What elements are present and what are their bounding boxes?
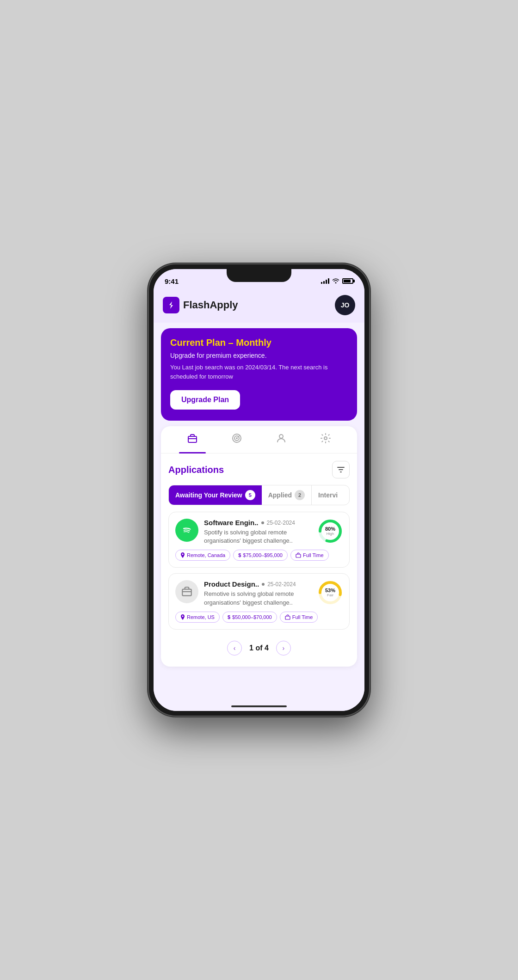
- section-title: Applications: [168, 465, 224, 475]
- page-info: 1 of 4: [249, 644, 269, 652]
- section-header: Applications: [168, 461, 350, 478]
- plan-title: Current Plan – Monthly: [170, 337, 348, 348]
- logo-icon: [163, 297, 179, 313]
- status-icons: [321, 278, 353, 285]
- svg-rect-14: [182, 589, 191, 596]
- tag-type-remotive: Full Time: [280, 612, 318, 623]
- status-tab-awaiting[interactable]: Awaiting Your Review 5: [169, 485, 262, 505]
- job-header-remotive: Product Design.. 25-02-2024 Remotive is …: [175, 580, 343, 606]
- status-time: 9:41: [165, 277, 179, 285]
- job-info-spotify: Software Engin.. 25-02-2024 Spotify is s…: [204, 519, 312, 545]
- tab-profile[interactable]: [259, 426, 303, 453]
- spotify-logo: [175, 519, 198, 542]
- match-circle-remotive: 53% Fair: [318, 580, 343, 605]
- app-header: FlashApply JO: [154, 289, 364, 323]
- phone-wrapper: 9:41: [148, 263, 370, 717]
- job-date-spotify: 25-02-2024: [267, 520, 295, 526]
- avatar[interactable]: JO: [335, 295, 355, 315]
- applied-tab-label: Applied: [268, 491, 292, 499]
- date-dot-remotive: [262, 583, 265, 586]
- tab-goals[interactable]: [215, 426, 259, 453]
- svg-point-8: [279, 435, 283, 438]
- applied-badge: 2: [295, 490, 305, 500]
- prev-page-button[interactable]: ‹: [227, 641, 242, 655]
- app-name: FlashApply: [183, 299, 238, 311]
- job-header-spotify: Software Engin.. 25-02-2024 Spotify is s…: [175, 519, 343, 545]
- screen-content[interactable]: Current Plan – Monthly Upgrade for premi…: [154, 323, 364, 711]
- job-title-remotive: Product Design..: [204, 580, 259, 588]
- battery-icon: [342, 278, 353, 284]
- svg-point-5: [236, 437, 238, 439]
- next-page-button[interactable]: ›: [276, 641, 291, 655]
- job-tags-spotify: Remote, Canada $ $75,000–$95,000 Full Ti…: [175, 550, 343, 561]
- svg-marker-0: [169, 301, 173, 309]
- job-title-row-spotify: Software Engin.. 25-02-2024: [204, 519, 312, 527]
- match-percent-remotive: 53%: [325, 588, 335, 593]
- home-indicator: [231, 705, 287, 707]
- tab-card: Applications Awaiting Your Review: [161, 426, 357, 667]
- job-description-spotify: Spotify is solving global remote organis…: [204, 528, 312, 545]
- tag-location-remotive: Remote, US: [175, 612, 220, 623]
- status-tabs: Awaiting Your Review 5 Applied 2 Intervi: [168, 485, 350, 505]
- awaiting-tab-label: Awaiting Your Review: [175, 491, 242, 499]
- target-icon: [231, 433, 242, 447]
- app-logo: FlashApply: [163, 297, 238, 313]
- tag-salary-remotive: $ $50,000–$70,000: [222, 612, 277, 623]
- match-label-remotive: 53% Fair: [325, 588, 335, 597]
- briefcase-icon: [187, 433, 198, 447]
- phone-screen: 9:41: [154, 269, 364, 711]
- awaiting-badge: 5: [245, 490, 255, 500]
- person-icon: [276, 433, 287, 447]
- job-title-spotify: Software Engin..: [204, 519, 259, 527]
- tab-jobs[interactable]: [170, 426, 215, 453]
- match-text-remotive: Fair: [325, 593, 335, 597]
- tab-settings[interactable]: [303, 426, 348, 453]
- job-info-remotive: Product Design.. 25-02-2024 Remotive is …: [204, 580, 312, 606]
- svg-rect-13: [296, 554, 301, 557]
- phone-shell: 9:41: [148, 263, 370, 717]
- plan-card: Current Plan – Monthly Upgrade for premi…: [161, 328, 357, 421]
- match-text-spotify: High: [325, 532, 335, 536]
- plan-description: You Last job search was on 2024/03/14. T…: [170, 363, 348, 381]
- interview-tab-label: Intervi: [318, 491, 338, 499]
- wifi-icon: [332, 278, 339, 285]
- signal-icon: [321, 278, 329, 284]
- pagination: ‹ 1 of 4 ›: [168, 635, 350, 663]
- upgrade-button[interactable]: Upgrade Plan: [170, 390, 240, 410]
- job-card-spotify[interactable]: Software Engin.. 25-02-2024 Spotify is s…: [168, 512, 350, 568]
- date-dot-spotify: [261, 521, 264, 524]
- job-date-remotive: 25-02-2024: [267, 581, 296, 588]
- filter-button[interactable]: [332, 461, 350, 478]
- match-percent-spotify: 80%: [325, 527, 335, 532]
- svg-rect-1: [188, 436, 197, 442]
- notch: [227, 269, 291, 282]
- tag-salary-spotify: $ $75,000–$95,000: [233, 550, 288, 561]
- svg-rect-18: [285, 616, 290, 619]
- match-circle-spotify: 80% High: [318, 519, 343, 544]
- job-card-remotive[interactable]: Product Design.. 25-02-2024 Remotive is …: [168, 573, 350, 629]
- plan-subtitle: Upgrade for premium experience.: [170, 352, 348, 359]
- status-tab-applied[interactable]: Applied 2: [262, 485, 311, 505]
- tag-location-spotify: Remote, Canada: [175, 550, 230, 561]
- remotive-logo: [175, 580, 198, 603]
- job-title-row-remotive: Product Design.. 25-02-2024: [204, 580, 312, 588]
- svg-point-9: [324, 437, 327, 440]
- tag-type-spotify: Full Time: [290, 550, 329, 561]
- job-description-remotive: Remotive is solving global remote organi…: [204, 590, 312, 606]
- job-tags-remotive: Remote, US $ $50,000–$70,000 Full Time: [175, 612, 343, 623]
- status-tab-interview[interactable]: Intervi: [311, 485, 344, 505]
- tab-nav: [161, 426, 357, 453]
- gear-icon: [320, 433, 331, 447]
- applications-section: Applications Awaiting Your Review: [161, 453, 357, 667]
- match-label-spotify: 80% High: [325, 527, 335, 536]
